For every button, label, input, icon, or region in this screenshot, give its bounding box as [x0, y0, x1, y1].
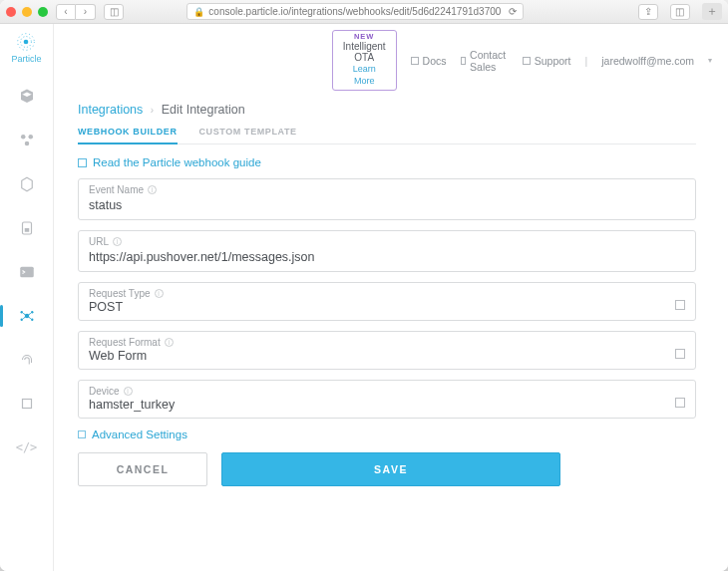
info-icon[interactable]: i: [155, 289, 164, 298]
brand-label: Particle: [11, 54, 41, 64]
device-select[interactable]: hamster_turkey: [89, 397, 685, 412]
field-label: Event Namei: [89, 184, 685, 195]
sidebar-item-billing[interactable]: [12, 389, 42, 419]
info-icon[interactable]: i: [113, 237, 122, 246]
request-format-select[interactable]: Web Form: [89, 348, 685, 363]
field-request-format[interactable]: Request Formati Web Form: [78, 331, 696, 370]
cancel-button[interactable]: CANCEL: [78, 452, 207, 486]
info-icon[interactable]: i: [124, 387, 133, 396]
promo-learn-more[interactable]: Learn More: [353, 64, 376, 86]
field-label: Request Formati: [89, 337, 685, 348]
external-icon: [523, 57, 531, 65]
nav-contact-sales[interactable]: Contact Sales: [461, 49, 509, 73]
field-url[interactable]: URLi: [78, 230, 696, 272]
field-event-name[interactable]: Event Namei: [78, 178, 696, 220]
promo-badge: NEW: [343, 33, 386, 41]
request-type-select[interactable]: POST: [89, 299, 685, 314]
form-actions: CANCEL SAVE: [78, 452, 696, 486]
nav-support[interactable]: Support: [523, 55, 571, 67]
field-label: Request Typei: [89, 288, 685, 299]
crumb-integrations[interactable]: Integrations: [78, 103, 143, 117]
address-text: console.particle.io/integrations/webhook…: [208, 6, 501, 17]
event-name-input[interactable]: [89, 197, 685, 212]
url-input[interactable]: [89, 249, 685, 264]
brand-logo[interactable]: Particle: [11, 32, 41, 64]
fingerprint-icon: [18, 351, 36, 369]
hex-icon: [18, 175, 36, 193]
breadcrumb: Integrations › Edit Integration: [78, 103, 696, 117]
grid-icon: [18, 132, 36, 149]
svg-rect-14: [22, 400, 31, 409]
field-label: URLi: [89, 236, 685, 247]
advanced-settings-toggle[interactable]: Advanced Settings: [78, 428, 696, 440]
terminal-icon: [18, 263, 36, 281]
svg-point-4: [28, 135, 33, 140]
svg-point-10: [20, 311, 22, 313]
close-window-button[interactable]: [6, 7, 16, 17]
external-icon: [78, 158, 87, 167]
tab-webhook-builder[interactable]: WEBHOOK BUILDER: [78, 127, 178, 144]
minimize-window-button[interactable]: [22, 7, 32, 17]
sidebar-item-code[interactable]: </>: [12, 432, 42, 462]
traffic-lights: [6, 7, 48, 17]
particle-logo-icon: [16, 32, 36, 52]
reload-icon[interactable]: ⟳: [509, 6, 517, 17]
tabs-button[interactable]: ◫: [670, 4, 690, 20]
svg-point-9: [24, 314, 29, 319]
field-device[interactable]: Devicei hamster_turkey: [78, 380, 696, 419]
sidebar-item-products[interactable]: [12, 126, 42, 155]
sidebar-item-events[interactable]: [12, 257, 42, 287]
main-content: NEW Intelligent OTA Learn More Docs Cont…: [54, 24, 728, 571]
sim-icon: [18, 219, 36, 237]
chevron-right-icon: [78, 430, 86, 438]
crumb-current: Edit Integration: [162, 103, 245, 117]
page-inner: Integrations › Edit Integration WEBHOOK …: [54, 93, 728, 506]
sidebar-item-integrations[interactable]: [12, 301, 42, 331]
sidebar-item-sims[interactable]: [12, 213, 42, 243]
save-button[interactable]: SAVE: [221, 452, 560, 486]
new-tab-button[interactable]: ＋: [702, 3, 722, 20]
promo-title: Intelligent OTA: [343, 41, 386, 63]
external-icon: [411, 57, 419, 65]
square-icon: [18, 395, 36, 413]
svg-rect-8: [20, 267, 34, 278]
share-button[interactable]: ⇪: [638, 4, 658, 20]
info-icon[interactable]: i: [148, 185, 157, 194]
address-bar[interactable]: 🔒 console.particle.io/integrations/webho…: [186, 3, 524, 20]
nav-docs[interactable]: Docs: [411, 55, 447, 67]
external-icon: [461, 57, 467, 65]
nav-buttons: ‹ ›: [56, 4, 96, 20]
sidebar-item-devices[interactable]: [12, 82, 42, 112]
top-strip: NEW Intelligent OTA Learn More Docs Cont…: [54, 24, 728, 93]
field-request-type[interactable]: Request Typei POST: [78, 282, 696, 321]
svg-point-13: [31, 319, 33, 321]
browser-window: ‹ › ◫ 🔒 console.particle.io/integrations…: [0, 0, 728, 571]
toolbar-right: ⇪ ◫: [638, 4, 696, 20]
cube-icon: [18, 88, 36, 106]
svg-point-11: [31, 311, 33, 313]
user-email[interactable]: jaredwolff@me.com: [601, 55, 694, 67]
svg-rect-7: [24, 228, 29, 232]
info-icon[interactable]: i: [165, 338, 174, 347]
sidebar-item-auth[interactable]: [12, 345, 42, 375]
chevron-down-icon[interactable]: ▾: [708, 56, 712, 65]
integrations-icon: [18, 307, 36, 325]
svg-point-5: [24, 142, 29, 146]
sidebar-toggle-button[interactable]: ◫: [104, 4, 124, 20]
tab-custom-template[interactable]: CUSTOM TEMPLATE: [199, 127, 297, 143]
svg-point-3: [21, 135, 26, 140]
back-button[interactable]: ‹: [56, 4, 76, 20]
promo-banner[interactable]: NEW Intelligent OTA Learn More: [332, 30, 397, 91]
forward-button[interactable]: ›: [76, 4, 96, 20]
svg-point-12: [20, 319, 22, 321]
sidebar: Particle: [0, 24, 54, 571]
lock-icon: 🔒: [193, 7, 204, 17]
zoom-window-button[interactable]: [38, 7, 48, 17]
field-label: Devicei: [89, 386, 685, 397]
crumb-sep-icon: ›: [151, 105, 154, 116]
webhook-guide-link[interactable]: Read the Particle webhook guide: [78, 156, 696, 168]
builder-tabs: WEBHOOK BUILDER CUSTOM TEMPLATE: [78, 127, 696, 144]
app-body: Particle: [0, 24, 728, 571]
svg-point-0: [24, 40, 29, 45]
sidebar-item-firmware[interactable]: [12, 169, 42, 199]
